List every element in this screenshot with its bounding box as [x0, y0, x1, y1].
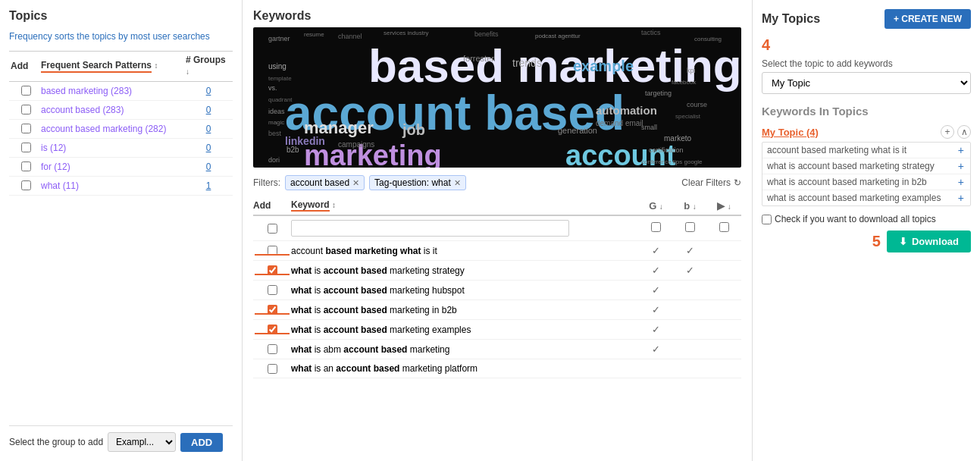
svg-text:specialist: specialist: [675, 113, 701, 120]
kw-b-checkbox[interactable]: [685, 222, 695, 232]
topic-row: account based (283) 0: [9, 101, 233, 120]
kw-row-6: what is an account based marketing platf…: [253, 359, 741, 378]
right-title: My Topics: [762, 12, 820, 26]
kw-text-1: what is account based marketing strategy: [291, 265, 639, 276]
svg-text:course: course: [687, 101, 707, 108]
topic-checkbox-1[interactable]: [21, 105, 31, 114]
kw-col-keyword: Keyword ↕: [291, 199, 639, 212]
topic-checkbox-3[interactable]: [21, 143, 31, 152]
topic-row: for (12) 0: [9, 158, 233, 177]
svg-text:facebook: facebook: [672, 79, 697, 86]
kw-in-topic-item-2: what is account based marketing in b2b +: [762, 174, 970, 190]
kw-in-topics-header: Keywords In Topics: [762, 105, 971, 118]
topic-checkbox-2[interactable]: [21, 124, 31, 133]
right-top: My Topics + CREATE NEW: [762, 9, 971, 29]
topic-checkbox-0[interactable]: [21, 86, 31, 96]
kw-add-checkbox-6[interactable]: [268, 364, 277, 374]
topic-checkbox-5[interactable]: [21, 180, 31, 190]
topic-groups-3[interactable]: 0: [206, 143, 211, 153]
topic-add-btn[interactable]: +: [941, 125, 954, 139]
topic-groups-1[interactable]: 0: [206, 105, 211, 115]
kw-remove-btn-0[interactable]: +: [957, 145, 966, 155]
topic-row: is (12) 0: [9, 139, 233, 158]
topic-link-0[interactable]: based marketing (283): [41, 86, 186, 96]
kw-text-4: what is account based marketing examples: [291, 325, 639, 335]
add-button[interactable]: ADD: [180, 433, 223, 452]
step-5-label: 5: [872, 233, 881, 250]
filter-remove-1[interactable]: ✕: [352, 178, 359, 188]
kw-add-checkbox-2[interactable]: [268, 285, 277, 295]
download-icon: ⬇: [899, 236, 907, 247]
sort-kw-icon[interactable]: ↕: [332, 201, 336, 209]
kw-text-0: account based marketing what is it: [291, 246, 639, 256]
topic-collapse-btn[interactable]: ∧: [957, 125, 971, 139]
kw-in-topic-list: account based marketing what is it + wha…: [762, 142, 971, 206]
svg-text:small: small: [641, 124, 657, 131]
topic-groups-2[interactable]: 0: [206, 124, 211, 134]
topic-link-5[interactable]: what (11): [41, 180, 186, 191]
topic-link-3[interactable]: is (12): [41, 143, 186, 153]
kw-add-checkbox-input[interactable]: [268, 224, 277, 234]
kw-add-checkbox-5[interactable]: [268, 344, 277, 354]
topic-link-4[interactable]: for (12): [41, 162, 186, 172]
create-new-button[interactable]: + CREATE NEW: [885, 9, 971, 29]
col-patterns-header: Frequent Search Patterns ↕: [41, 60, 186, 74]
kw-row-4: what is account based marketing examples…: [253, 320, 741, 340]
svg-text:dori: dori: [268, 156, 280, 164]
keywords-table: Add Keyword ↕ G ↓ b ↓ ▶ ↓ account bas: [243, 196, 752, 461]
svg-text:channel: channel: [338, 33, 362, 40]
filter-remove-2[interactable]: ✕: [454, 178, 461, 188]
group-select[interactable]: Exampl...: [108, 432, 176, 452]
step-4-label: 4: [762, 36, 971, 54]
kw-col-b: b ↓: [673, 200, 707, 212]
topic-groups-5[interactable]: 1: [206, 180, 211, 191]
svg-text:gartner: gartner: [268, 35, 290, 42]
download-button[interactable]: ⬇ Download: [887, 230, 971, 252]
topic-checkbox-4[interactable]: [21, 162, 31, 171]
kw-input-row: [253, 216, 741, 241]
download-all-checkbox[interactable]: [762, 215, 772, 224]
sort-groups-icon[interactable]: ↓: [186, 67, 189, 76]
kw-g-4: ✓: [639, 324, 673, 335]
topic-group-controls: + ∧: [941, 125, 971, 139]
bottom-bar: Select the group to add Exampl... ADD: [9, 426, 233, 452]
kw-b-0: ✓: [673, 245, 707, 256]
kw-remove-btn-1[interactable]: +: [957, 161, 966, 171]
kw-col-yt: ▶ ↓: [707, 200, 741, 212]
topic-link-1[interactable]: account based (283): [41, 105, 186, 115]
topic-row: based marketing (283) 0: [9, 82, 233, 101]
kw-col-add: Add: [253, 200, 291, 211]
kw-in-topic-text-1: what is account based marketing strategy: [767, 161, 957, 171]
kw-table-header: Add Keyword ↕ G ↓ b ↓ ▶ ↓: [253, 196, 741, 216]
filter-tag-1: account based ✕: [285, 175, 365, 190]
kw-text-2: what is account based marketing hubspot: [291, 285, 639, 296]
svg-text:trends: trends: [512, 57, 542, 69]
kw-row-0: account based marketing what is it ✓ ✓: [253, 241, 741, 261]
topic-select[interactable]: My Topic: [762, 72, 971, 94]
kw-remove-btn-2[interactable]: +: [957, 177, 966, 187]
sort-patterns-icon[interactable]: ↕: [154, 61, 158, 70]
kw-search-input[interactable]: [291, 220, 569, 237]
svg-text:marketo: marketo: [664, 134, 692, 143]
filter-label: Filters:: [253, 177, 280, 188]
download-check-label: Check if you want to download all topics: [762, 214, 971, 224]
svg-text:best: best: [268, 130, 282, 137]
left-panel: Topics Frequency sorts the topics by mos…: [0, 0, 243, 461]
kw-g-3: ✓: [639, 304, 673, 315]
kw-remove-btn-3[interactable]: +: [957, 193, 966, 203]
topic-link-2[interactable]: account based marketing (282): [41, 124, 186, 134]
kw-text-5: what is abm account based marketing: [291, 344, 639, 355]
kw-g-2: ✓: [639, 284, 673, 296]
topic-group-name[interactable]: My Topic (4): [762, 127, 819, 138]
kw-g-checkbox[interactable]: [651, 222, 661, 232]
svg-text:targeting: targeting: [645, 89, 672, 97]
topic-groups-0[interactable]: 0: [206, 86, 211, 96]
filter-tag-2: Tag-question: what ✕: [369, 175, 466, 190]
col-groups-header: # Groups ↓: [186, 55, 231, 78]
topic-row: account based marketing (282) 0: [9, 120, 233, 139]
svg-text:certification: certification: [649, 146, 684, 154]
kw-yt-checkbox[interactable]: [719, 222, 729, 232]
svg-text:generation: generation: [558, 126, 597, 135]
topic-groups-4[interactable]: 0: [206, 162, 211, 172]
clear-filters[interactable]: Clear Filters ↻: [681, 177, 741, 188]
